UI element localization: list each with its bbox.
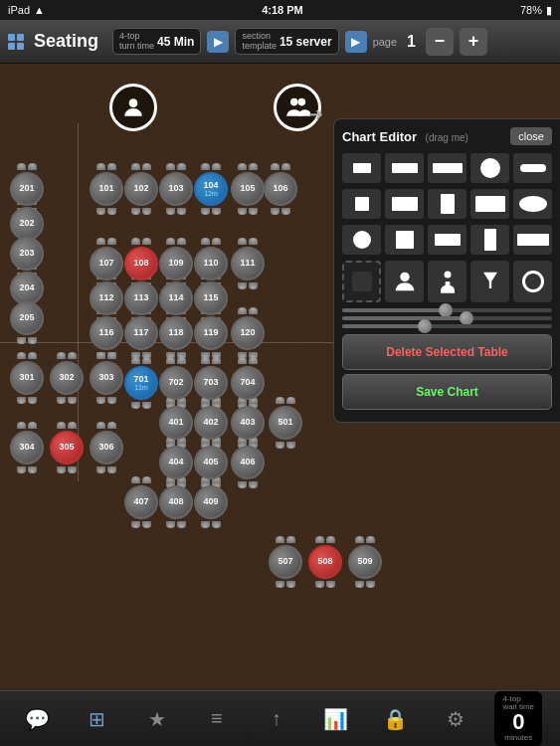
turn-time-label: 4-top turn time [119, 32, 154, 52]
table-row[interactable]: 120 [231, 307, 265, 359]
table-shape-grid-3 [342, 225, 552, 255]
status-time: 4:18 PM [262, 4, 303, 16]
table-row[interactable]: 102 [124, 163, 158, 215]
save-chart-button[interactable]: Save Chart [342, 374, 552, 410]
turn-time-control[interactable]: 4-top turn time 45 Min [112, 28, 201, 56]
shape-sq-small[interactable] [342, 189, 381, 219]
table-row[interactable]: 305 [50, 422, 84, 473]
shape-small-rect[interactable] [342, 153, 381, 183]
slider-thumb-1[interactable] [439, 303, 453, 317]
table-row[interactable]: 70111m [124, 357, 158, 409]
bottom-list-icon[interactable]: ≡ [197, 699, 237, 739]
icon-host-button[interactable] [385, 261, 424, 302]
slider-thumb-3[interactable] [418, 319, 432, 333]
shape-rect-xw[interactable] [513, 225, 552, 255]
shape-rect-wide[interactable] [385, 189, 424, 219]
table-row[interactable]: 111 [231, 238, 265, 289]
chart-editor-header: Chart Editor (drag me) close [342, 127, 552, 145]
status-battery: 78% ▮ [520, 4, 552, 17]
bottom-chart-icon[interactable]: 📊 [316, 699, 356, 739]
app-title: Seating [34, 31, 98, 52]
bottom-chat-icon[interactable]: 💬 [18, 699, 58, 739]
table-row[interactable]: 509 [348, 536, 382, 588]
bottom-settings-icon[interactable]: ⚙ [436, 699, 475, 739]
shape-oval[interactable] [513, 189, 552, 219]
battery-icon: ▮ [546, 4, 552, 17]
table-row[interactable]: 10412m [194, 163, 228, 215]
page-number: 1 [407, 33, 416, 51]
wifi-icon: ▲ [34, 4, 45, 16]
icon-dashed-bg[interactable] [342, 261, 381, 302]
svg-point-1 [290, 98, 298, 106]
slider-track-1[interactable] [342, 308, 552, 312]
slider-fill-2 [342, 316, 468, 320]
floor-area: ➜ 20120220320420510110210310412m10510610… [0, 64, 560, 690]
table-row[interactable]: 106 [264, 163, 297, 215]
table-row[interactable]: 301 [10, 352, 44, 404]
section-template-arrow[interactable]: ▶ [345, 31, 367, 53]
section-template-label: section template [242, 32, 277, 52]
shape-sq-med[interactable] [385, 225, 424, 255]
chart-editor-drag-hint: (drag me) [426, 132, 468, 143]
table-row[interactable]: 304 [10, 422, 44, 473]
slider-fill-3 [342, 324, 426, 328]
wait-time-box: 4-top wait time 0 minutes [494, 691, 542, 746]
shape-rect-hor[interactable] [428, 225, 467, 255]
shape-rect-ver[interactable] [470, 225, 509, 255]
bottom-grid-icon[interactable]: ⊞ [78, 699, 117, 739]
page-decrement-button[interactable]: − [426, 28, 454, 56]
icon-bar-button[interactable] [470, 261, 509, 302]
svg-point-3 [400, 273, 409, 281]
page-label: page [373, 36, 397, 48]
table-shape-grid-2 [342, 189, 552, 219]
turn-time-arrow[interactable]: ▶ [207, 31, 229, 53]
chart-editor-title: Chart Editor [342, 129, 417, 144]
shape-large-rect[interactable] [428, 153, 467, 183]
table-row[interactable]: 303 [90, 352, 123, 404]
page-increment-button[interactable]: + [460, 28, 487, 56]
slider-track-2[interactable] [342, 316, 552, 320]
svg-point-0 [129, 98, 138, 107]
table-shape-grid-1 [342, 153, 552, 183]
shape-pill-horiz[interactable] [513, 153, 552, 183]
shape-circle-sm[interactable] [342, 225, 381, 255]
chart-editor-panel: Chart Editor (drag me) close [333, 118, 560, 423]
bottom-bar: 💬 ⊞ ★ ≡ ↑ 📊 🔒 ⚙ 4-top wait time 0 minute… [0, 690, 560, 746]
table-row[interactable]: 409 [194, 476, 228, 528]
table-row[interactable]: 103 [159, 163, 193, 215]
chart-editor-close-button[interactable]: close [510, 127, 552, 145]
svg-point-4 [444, 272, 451, 279]
wait-time-unit: minutes [504, 733, 532, 742]
section-template-control[interactable]: section template 15 server [235, 28, 338, 56]
table-row[interactable]: 507 [269, 536, 302, 588]
shape-rect-xlarge[interactable] [470, 189, 509, 219]
app-logo [8, 34, 24, 50]
bottom-lock-icon[interactable]: 🔒 [376, 699, 416, 739]
table-row[interactable]: 101 [90, 163, 123, 215]
bottom-upload-icon[interactable]: ↑ [257, 699, 296, 739]
shape-medium-rect[interactable] [385, 153, 424, 183]
slider-group [342, 308, 552, 328]
turn-time-value: 45 Min [157, 35, 194, 49]
slider-track-3[interactable] [342, 324, 552, 328]
table-row[interactable]: 306 [90, 422, 123, 473]
bottom-star-icon[interactable]: ★ [137, 699, 177, 739]
slider-thumb-2[interactable] [460, 311, 473, 325]
wait-time-value: 0 [512, 711, 524, 733]
svg-point-2 [298, 98, 306, 106]
table-row[interactable]: 501 [269, 397, 302, 449]
table-row[interactable]: 105 [231, 163, 265, 215]
status-bar: iPad ▲ 4:18 PM 78% ▮ [0, 0, 560, 20]
shape-circle-large[interactable] [470, 153, 509, 183]
slider-fill-1 [342, 308, 448, 312]
table-row[interactable]: 406 [231, 437, 265, 488]
table-row[interactable]: 408 [159, 476, 193, 528]
table-row[interactable]: 407 [124, 476, 158, 528]
delete-table-button[interactable]: Delete Selected Table [342, 334, 552, 370]
table-row[interactable]: 302 [50, 352, 84, 404]
shape-rect-tall[interactable] [428, 189, 467, 219]
svg-rect-5 [445, 281, 450, 288]
table-row[interactable]: 508 [308, 536, 342, 588]
icon-circle-button[interactable] [513, 261, 552, 302]
icon-waiter-button[interactable] [428, 261, 467, 302]
